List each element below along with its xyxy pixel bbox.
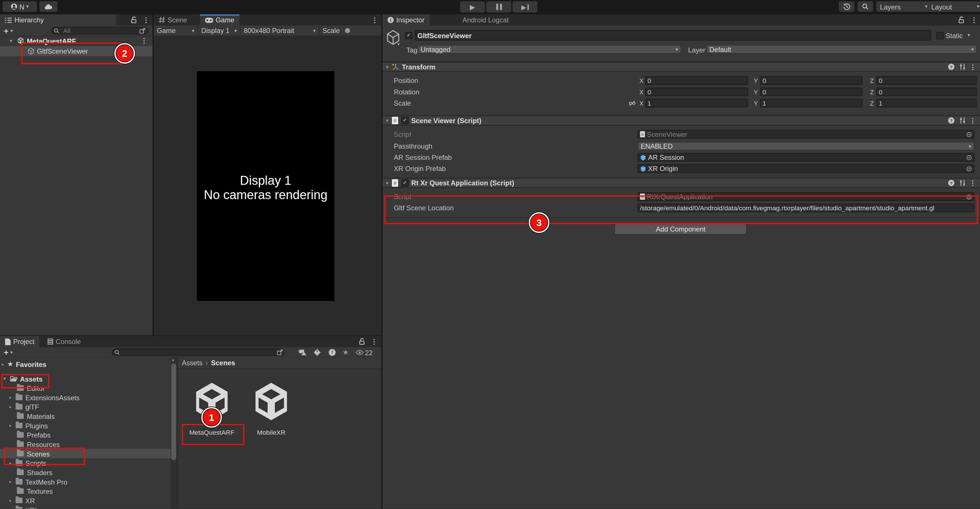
foldout-closed-icon[interactable]: ▸ xyxy=(10,498,12,503)
scrollbar-up-icon[interactable]: ▲ xyxy=(171,358,175,362)
foldout-closed-icon[interactable]: ▸ xyxy=(10,404,12,409)
tab-hierarchy[interactable]: Hierarchy xyxy=(0,14,116,25)
foldout-open-icon[interactable]: ▼ xyxy=(385,118,389,122)
help-icon[interactable]: ? xyxy=(948,117,955,124)
hidden-packages-icon[interactable]: ! xyxy=(329,349,336,356)
foldout-closed-icon[interactable]: ▸ xyxy=(10,395,12,400)
ar-session-object-field[interactable]: AR Session xyxy=(638,153,975,162)
foldout-closed-icon[interactable]: ▸ xyxy=(10,479,12,484)
tree-item-plugins[interactable]: ▸Plugins xyxy=(0,421,170,430)
inspector-menu-icon[interactable]: ⋮ xyxy=(970,16,977,24)
tab-inspector[interactable]: i Inspector xyxy=(383,14,430,25)
tree-item-xri[interactable]: ▸XRI xyxy=(0,505,170,509)
search-picker-icon[interactable] xyxy=(277,349,283,355)
object-picker-icon[interactable] xyxy=(966,132,972,137)
presets-icon[interactable] xyxy=(959,117,966,124)
foldout-closed-icon[interactable]: ▸ xyxy=(2,362,4,367)
help-icon[interactable]: ? xyxy=(948,64,955,70)
object-picker-icon[interactable] xyxy=(966,166,972,171)
add-component-button[interactable]: Add Component xyxy=(614,224,747,235)
search-by-type-icon[interactable] xyxy=(298,349,306,356)
static-caret-icon[interactable]: ▾ xyxy=(967,32,970,38)
favorites-star-icon[interactable]: ★ xyxy=(342,348,348,356)
scene-viewer-header[interactable]: ▼ # ✓ Scene Viewer (Script) ? ⋮ xyxy=(383,116,980,126)
lock-icon[interactable] xyxy=(131,16,138,24)
layer-dropdown[interactable]: Default ▾ xyxy=(706,45,977,54)
tree-item-textmeshpro[interactable]: ▸TextMesh Pro xyxy=(0,477,170,486)
scale-z-input[interactable] xyxy=(876,99,977,107)
presets-icon[interactable] xyxy=(959,64,966,70)
tree-scrollbar[interactable]: ▲ xyxy=(170,357,177,509)
foldout-open-icon[interactable]: ▼ xyxy=(385,65,389,69)
scene-menu-icon[interactable]: ⋮ xyxy=(141,37,148,45)
game-menu-icon[interactable]: ⋮ xyxy=(371,16,378,24)
tab-scene[interactable]: Scene xyxy=(154,14,192,25)
position-x-input[interactable] xyxy=(645,76,748,85)
rt-xr-script-object-field[interactable]: # RtXrQuestApplication xyxy=(638,192,975,201)
eye-icon[interactable] xyxy=(356,350,364,355)
project-menu-icon[interactable]: ⋮ xyxy=(371,338,377,346)
layers-dropdown[interactable]: Layers ▾ xyxy=(876,1,931,12)
tab-project[interactable]: Project xyxy=(0,336,40,347)
tree-item-textures[interactable]: Textures xyxy=(0,486,170,496)
global-search-button[interactable] xyxy=(858,1,873,12)
tree-item-materials[interactable]: Materials xyxy=(0,411,170,421)
account-button[interactable]: N ▾ xyxy=(3,1,37,12)
foldout-closed-icon[interactable]: ▸ xyxy=(10,423,12,428)
scale-y-input[interactable] xyxy=(760,99,862,107)
component-enabled-checkbox[interactable]: ✓ xyxy=(401,117,409,124)
tree-item-xr[interactable]: ▸XR xyxy=(0,496,170,505)
active-checkbox[interactable]: ✓ xyxy=(405,32,412,39)
transform-menu-icon[interactable]: ⋮ xyxy=(969,63,976,71)
help-icon[interactable]: ? xyxy=(948,180,955,186)
object-picker-icon[interactable] xyxy=(966,194,972,200)
hierarchy-menu-icon[interactable]: ⋮ xyxy=(142,16,150,24)
tab-console[interactable]: Console xyxy=(43,336,86,347)
tree-item-gltf[interactable]: ▸glTF xyxy=(0,402,170,411)
component-enabled-checkbox[interactable]: ✓ xyxy=(401,179,409,187)
hierarchy-search-input[interactable] xyxy=(51,27,148,35)
search-picker-icon[interactable] xyxy=(139,27,146,34)
tag-dropdown[interactable]: Untagged ▾ xyxy=(418,45,681,54)
breadcrumb-current[interactable]: Scenes xyxy=(211,359,235,366)
component-menu-icon[interactable]: ⋮ xyxy=(969,179,976,187)
search-by-label-icon[interactable] xyxy=(313,349,321,356)
step-button[interactable]: ▶ xyxy=(512,1,538,12)
transform-header[interactable]: ▼ Transform ? ⋮ xyxy=(383,62,980,72)
add-object-button[interactable]: + xyxy=(4,26,9,35)
tree-item-assets[interactable]: ▼ Assets xyxy=(0,374,170,383)
game-view-dropdown[interactable]: Game ▾ xyxy=(154,25,198,36)
add-asset-button[interactable]: + xyxy=(4,347,9,357)
foldout-open-icon[interactable]: ▼ xyxy=(9,39,13,43)
add-asset-caret-icon[interactable]: ▾ xyxy=(10,349,13,355)
tree-item-scripts[interactable]: ▸Scripts xyxy=(0,458,170,468)
gltf-scene-location-input[interactable] xyxy=(638,203,975,212)
static-checkbox[interactable] xyxy=(936,32,944,39)
gameobject-icon-caret[interactable]: ▾ xyxy=(398,42,400,47)
foldout-closed-icon[interactable]: ▸ xyxy=(10,460,12,465)
gameobject-name-input[interactable] xyxy=(415,30,931,40)
tree-item-resources[interactable]: Resources xyxy=(0,439,170,449)
tab-android-logcat[interactable]: Android Logcat xyxy=(458,14,514,25)
tree-item-editor[interactable]: Editor xyxy=(0,383,170,393)
foldout-open-icon[interactable]: ▼ xyxy=(385,181,389,185)
pause-button[interactable] xyxy=(486,1,511,12)
rotation-y-input[interactable] xyxy=(760,87,862,96)
link-broken-icon[interactable] xyxy=(629,100,636,107)
tab-game[interactable]: Game xyxy=(200,14,239,25)
foldout-closed-icon[interactable]: ▸ xyxy=(10,507,12,509)
aspect-dropdown[interactable]: 800x480 Portrait ▾ xyxy=(241,25,320,36)
position-z-input[interactable] xyxy=(876,76,977,85)
asset-item-mobilexr[interactable]: MobileXR xyxy=(241,379,301,460)
scale-x-input[interactable] xyxy=(645,99,748,107)
cloud-button[interactable] xyxy=(39,1,57,12)
tree-item-extensionsassets[interactable]: ▸ExtensionsAssets xyxy=(0,393,170,402)
tree-item-scenes-selected[interactable]: Scenes xyxy=(0,449,170,458)
tree-item-shaders[interactable]: Shaders xyxy=(0,468,170,477)
passthrough-dropdown[interactable]: ENABLED ▾ xyxy=(638,142,975,151)
breadcrumb-root[interactable]: Assets xyxy=(182,359,202,366)
rotation-z-input[interactable] xyxy=(876,87,977,96)
undo-history-button[interactable] xyxy=(839,1,854,12)
favorites-row[interactable]: ▸ ★ Favorites xyxy=(0,360,170,369)
scale-slider-handle[interactable] xyxy=(345,28,350,33)
